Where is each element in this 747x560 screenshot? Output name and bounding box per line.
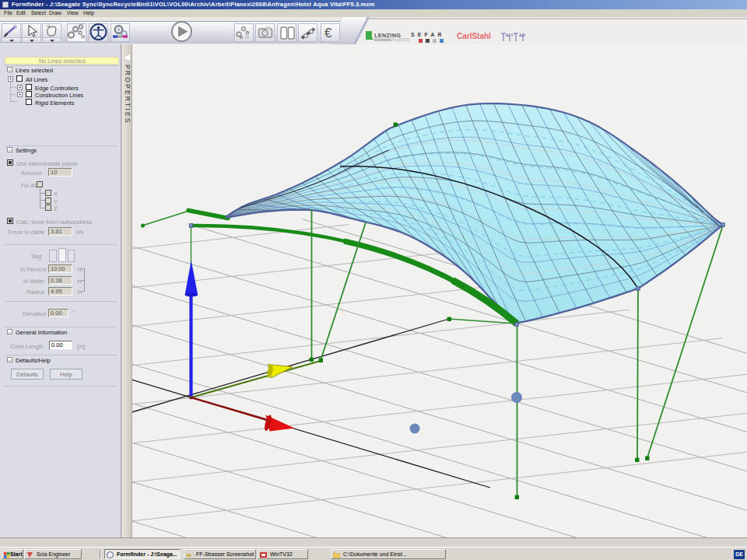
svg-text:CarlStahl: CarlStahl bbox=[457, 32, 491, 40]
svg-text:PLASTICS: PLASTICS bbox=[392, 38, 409, 42]
svg-text:SEFAR: SEFAR bbox=[411, 32, 445, 37]
svg-text:€: € bbox=[324, 26, 332, 40]
